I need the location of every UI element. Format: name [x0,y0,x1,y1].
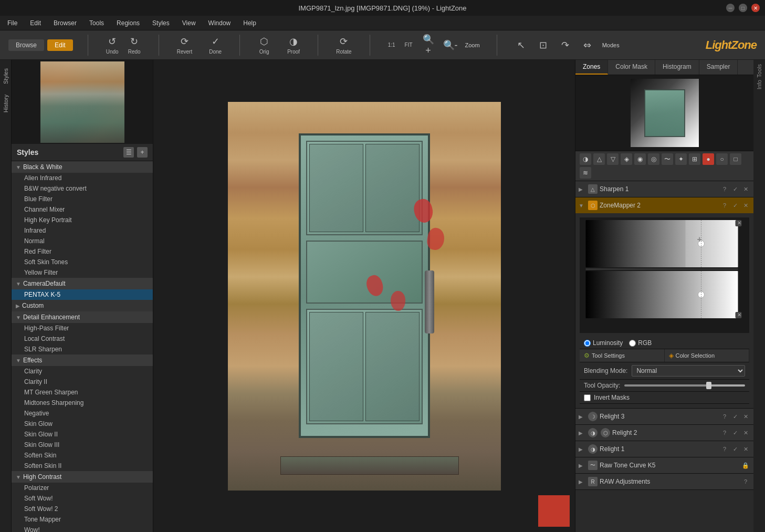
relight1-check[interactable]: ✓ [730,444,740,454]
style-wow[interactable]: Wow! [12,525,153,532]
rotate-cw-button[interactable]: ↷ [556,37,575,54]
style-slr-sharpen[interactable]: SLR Sharpen [12,344,153,354]
style-negative[interactable]: Negative [12,408,153,419]
proof-button[interactable]: ◑ Proof [284,33,303,57]
category-black-white[interactable]: ▼ Black & White [12,161,153,173]
menu-styles[interactable]: Styles [150,18,172,28]
color-swatch[interactable] [538,495,570,527]
zoom-in-button[interactable]: 🔍+ [419,37,438,54]
color-selection-tab[interactable]: ◈ Color Selection [665,349,750,362]
style-channel-mixer[interactable]: Channel Mixer [12,204,153,215]
opacity-slider[interactable] [624,384,745,387]
maximize-button[interactable]: □ [739,4,747,12]
close-button[interactable]: ✕ [751,4,760,12]
sharpen1-check[interactable]: ✓ [730,184,740,194]
zonemapper2-expand[interactable]: ▼ [579,203,586,208]
style-blue-filter[interactable]: Blue Filter [12,194,153,204]
styles-add-button[interactable]: + [137,147,148,158]
style-polarizer[interactable]: Polarizer [12,483,153,493]
style-midtones[interactable]: Midtones Sharpening [12,398,153,408]
hue-tool-button[interactable]: ◉ [634,153,646,165]
style-clarity[interactable]: Clarity [12,366,153,377]
triangle-tool-button[interactable]: △ [593,153,605,165]
tool-settings-tab[interactable]: ⚙ Tool Settings [580,349,665,362]
style-soften-skin-ii[interactable]: Soften Skin II [12,461,153,471]
style-high-pass[interactable]: High-Pass Filter [12,323,153,333]
style-skin-glow-iii[interactable]: Skin Glow III [12,440,153,450]
invert-masks-checkbox[interactable] [584,394,591,401]
relight3-expand[interactable]: ▶ [579,414,586,420]
style-high-key[interactable]: High Key Portrait [12,215,153,225]
styles-tab[interactable]: Styles [1,64,11,88]
zone-icon-button[interactable]: ◑ [580,153,591,165]
menu-edit[interactable]: Edit [28,18,43,28]
style-bw-negative[interactable]: B&W negative convert [12,183,153,194]
category-effects[interactable]: ▼ Effects [12,354,153,366]
relight3-close[interactable]: ✕ [741,412,750,421]
opacity-thumb[interactable] [706,382,711,389]
menu-view[interactable]: View [180,18,198,28]
invert-triangle-button[interactable]: ▽ [607,153,619,165]
style-red-filter[interactable]: Red Filter [12,246,153,257]
rgb-radio[interactable] [629,340,636,347]
zone-graph[interactable]: ✕ ✕ + [580,217,749,333]
sharpen1-expand[interactable]: ▶ [579,186,586,192]
histogram-tab[interactable]: Histogram [655,60,699,75]
style-skin-glow[interactable]: Skin Glow [12,419,153,429]
category-high-contrast[interactable]: ▼ High Contrast [12,471,153,483]
sharpen1-help[interactable]: ? [720,184,729,194]
select-mode-button[interactable]: ↖ [512,37,531,54]
luminosity-radio[interactable] [584,340,591,347]
style-normal-bw[interactable]: Normal [12,236,153,246]
revert-button[interactable]: ⟳ Revert [174,33,195,57]
style-local-contrast[interactable]: Local Contrast [12,333,153,344]
rectangle-tool-button[interactable]: □ [730,153,741,165]
flip-button[interactable]: ⇔ [578,37,597,54]
menu-regions[interactable]: Regions [114,18,142,28]
style-soften-skin[interactable]: Soften Skin [12,450,153,461]
relight2-close[interactable]: ✕ [741,428,750,437]
luminosity-option[interactable]: Luminosity [584,339,623,347]
menu-file[interactable]: File [5,18,19,28]
style-yellow-filter[interactable]: Yellow Filter [12,267,153,278]
orig-button[interactable]: ⬡ Orig [255,33,274,57]
style-soft-wow[interactable]: Soft Wow! [12,493,153,504]
blending-mode-select[interactable]: Normal Multiply Screen Overlay [632,365,745,377]
relight2-expand[interactable]: ▶ [579,430,586,436]
style-alien-infrared[interactable]: Alien Infrared [12,173,153,183]
crop-mode-button[interactable]: ⊡ [534,37,553,54]
relight3-help[interactable]: ? [720,412,729,421]
raw-adj-help[interactable]: ? [741,477,750,486]
info-sidebar-label[interactable]: Info [756,80,762,89]
history-tab[interactable]: History [1,90,11,117]
raw-tone-expand[interactable]: ▶ [579,463,586,468]
style-soft-skin[interactable]: Soft Skin Tones [12,257,153,267]
menu-tools[interactable]: Tools [87,18,106,28]
style-pentax-k5[interactable]: PENTAX K-5 [12,289,153,300]
color-mask-tab[interactable]: Color Mask [608,60,655,75]
menu-help[interactable]: Help [241,18,258,28]
relight3-check[interactable]: ✓ [730,412,740,421]
relight1-help[interactable]: ? [720,444,729,454]
style-mt-green[interactable]: MT Green Sharpen [12,387,153,398]
rotate-button[interactable]: ⟳ Rotate [333,33,354,57]
zonemapper2-close[interactable]: ✕ [741,201,750,210]
sampler-tab[interactable]: Sampler [699,60,738,75]
zoom-out-button[interactable]: 🔍- [441,37,460,54]
grid-tool-button[interactable]: ⊞ [689,153,700,165]
zoom-fit-button[interactable]: FIT [402,40,416,50]
zones-tab[interactable]: Zones [575,60,608,75]
zonemapper2-check[interactable]: ✓ [730,201,740,210]
tools-sidebar-label[interactable]: Tools [756,64,762,78]
browse-tab[interactable]: Browse [8,39,44,51]
curve-tool-button[interactable]: 〜 [662,153,673,165]
style-clarity-ii[interactable]: Clarity II [12,377,153,387]
relight2-help[interactable]: ? [720,428,729,437]
done-button[interactable]: ✓ Done [206,33,225,57]
minimize-button[interactable]: ─ [726,4,735,12]
noise-tool-button[interactable]: ≋ [580,167,591,179]
relight1-close[interactable]: ✕ [741,444,750,454]
color-tool-button[interactable]: ◈ [621,153,632,165]
category-camera-default[interactable]: ▼ CameraDefault [12,278,153,289]
menu-window[interactable]: Window [206,18,233,28]
